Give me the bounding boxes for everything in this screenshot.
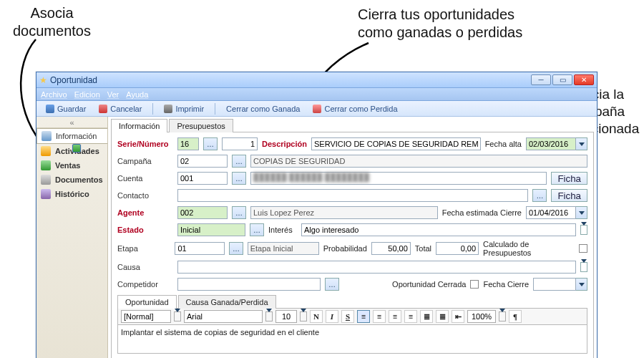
sales-icon bbox=[41, 160, 51, 170]
save-icon bbox=[46, 105, 54, 113]
contacto-ficha-button[interactable]: Ficha bbox=[551, 189, 587, 202]
label-total: Total bbox=[415, 244, 431, 253]
sidebar-item-sales[interactable]: Ventas bbox=[36, 158, 107, 173]
label-calc: Calculado de Presupuestos bbox=[483, 240, 575, 257]
print-button[interactable]: Imprimir bbox=[159, 103, 209, 115]
causa-dropdown[interactable] bbox=[580, 262, 587, 272]
fecha-cierre-picker[interactable] bbox=[533, 278, 587, 291]
close-lost-button[interactable]: Cerrar como Perdida bbox=[308, 103, 402, 115]
agente-code-input[interactable] bbox=[177, 206, 228, 219]
history-icon bbox=[41, 189, 51, 199]
maximize-button[interactable]: ▭ bbox=[552, 74, 572, 85]
fecha-est-picker[interactable] bbox=[526, 206, 587, 219]
rte-zoom[interactable] bbox=[467, 310, 496, 323]
rte-underline[interactable]: S bbox=[341, 310, 354, 323]
fecha-alta-picker[interactable] bbox=[526, 137, 587, 150]
cancel-icon bbox=[99, 105, 107, 113]
label-cuenta: Cuenta bbox=[117, 174, 173, 183]
label-op-cerrada: Oportunidad Cerrada bbox=[392, 280, 466, 289]
cuenta-ficha-button[interactable]: Ficha bbox=[551, 172, 587, 185]
label-campana: Campaña bbox=[117, 157, 173, 165]
contacto-lookup[interactable]: … bbox=[532, 189, 547, 202]
interes-input[interactable] bbox=[301, 223, 576, 236]
serie-lookup[interactable]: … bbox=[203, 137, 218, 150]
label-interes: Interés bbox=[268, 226, 297, 234]
competidor-lookup[interactable]: … bbox=[325, 278, 339, 291]
rte-align-left[interactable]: ≡ bbox=[357, 310, 370, 323]
rte-size-select[interactable] bbox=[275, 310, 297, 323]
rte-align-justify[interactable]: ≡ bbox=[404, 310, 417, 323]
label-fecha-alta: Fecha alta bbox=[485, 140, 522, 148]
menu-view[interactable]: Ver bbox=[107, 90, 119, 99]
chevron-down-icon bbox=[579, 211, 585, 215]
causa-input[interactable] bbox=[177, 261, 576, 274]
cuenta-code-input[interactable] bbox=[177, 172, 228, 185]
etapa-code-input[interactable] bbox=[175, 242, 225, 255]
subtab-oportunidad[interactable]: Oportunidad bbox=[117, 295, 177, 309]
callout-docs: Asocia documentos bbox=[13, 4, 91, 40]
rte-list-bullet[interactable]: ≣ bbox=[420, 310, 433, 323]
cuenta-desc: ██████ ██████ ████████ bbox=[250, 172, 547, 185]
interes-dropdown[interactable] bbox=[580, 225, 587, 235]
agente-desc bbox=[250, 206, 438, 219]
titlebar[interactable]: ★ Oportunidad ─ ▭ ✕ bbox=[36, 72, 597, 88]
rte-align-right[interactable]: ≡ bbox=[389, 310, 401, 323]
label-agente: Agente bbox=[117, 208, 173, 217]
save-button[interactable]: Guardar bbox=[41, 103, 91, 115]
rte-outdent[interactable]: ⇤ bbox=[452, 310, 464, 323]
window-title: Oportunidad bbox=[50, 75, 97, 85]
rte-align-center[interactable]: ≡ bbox=[373, 310, 386, 323]
label-estado: Estado bbox=[117, 226, 173, 234]
minimize-button[interactable]: ─ bbox=[531, 74, 551, 85]
menu-edit[interactable]: Edicion bbox=[74, 90, 100, 99]
subtab-causa[interactable]: Causa Ganada/Perdida bbox=[178, 295, 276, 309]
rte-italic[interactable]: I bbox=[326, 310, 338, 323]
close-button[interactable]: ✕ bbox=[574, 74, 594, 85]
tab-budgets[interactable]: Presupuestos bbox=[169, 119, 233, 132]
campana-code-input[interactable] bbox=[177, 155, 228, 168]
activities-icon bbox=[41, 146, 51, 156]
etapa-desc bbox=[248, 242, 319, 255]
prob-input[interactable] bbox=[371, 242, 411, 255]
rte-toolbar: N I S ≡ ≡ ≡ ≡ ≣ ≣ ⇤ ¶ bbox=[117, 309, 587, 325]
label-serie: Serie/Número bbox=[117, 140, 173, 148]
competidor-input[interactable] bbox=[177, 278, 321, 291]
rte-paragraph[interactable]: ¶ bbox=[509, 310, 522, 323]
menu-file[interactable]: Archivo bbox=[41, 90, 67, 99]
cancel-button[interactable]: Cancelar bbox=[94, 103, 147, 115]
tab-info[interactable]: Información bbox=[111, 119, 167, 132]
main-tabs: Información Presupuestos bbox=[111, 118, 594, 132]
star-icon: ★ bbox=[39, 75, 47, 85]
rte-style-select[interactable] bbox=[121, 310, 171, 323]
cuenta-lookup[interactable]: … bbox=[232, 172, 246, 185]
calc-checkbox[interactable] bbox=[579, 244, 587, 253]
sidebar-collapse[interactable]: « bbox=[36, 118, 107, 128]
serie-input[interactable] bbox=[177, 137, 199, 150]
rte-list-number[interactable]: ≣ bbox=[436, 310, 449, 323]
opportunity-window: ★ Oportunidad ─ ▭ ✕ Archivo Edicion Ver … bbox=[36, 72, 597, 358]
close-won-button[interactable]: Cerrar como Ganada bbox=[221, 103, 305, 115]
estado-lookup[interactable]: … bbox=[250, 223, 264, 236]
rte-editor[interactable]: Implantar el sistema de copias de seguri… bbox=[117, 325, 587, 354]
descripcion-input[interactable] bbox=[311, 137, 481, 150]
agente-lookup[interactable]: … bbox=[232, 206, 246, 219]
toolbar: Guardar Cancelar Imprimir Cerrar como Ga… bbox=[36, 101, 597, 117]
label-etapa: Etapa bbox=[117, 244, 170, 253]
sidebar-item-documents[interactable]: Documentos bbox=[36, 173, 107, 187]
rte-bold[interactable]: N bbox=[310, 310, 323, 323]
campana-lookup[interactable]: … bbox=[232, 155, 246, 168]
rte-font-select[interactable] bbox=[184, 310, 263, 323]
sidebar-item-info[interactable]: Información bbox=[36, 128, 107, 144]
info-icon bbox=[42, 131, 52, 141]
numero-input[interactable] bbox=[222, 137, 258, 150]
etapa-lookup[interactable]: … bbox=[229, 242, 243, 255]
contacto-input[interactable] bbox=[177, 189, 528, 202]
label-competidor: Competidor bbox=[117, 280, 173, 289]
label-fecha-cierre: Fecha Cierre bbox=[483, 280, 529, 289]
estado-input[interactable] bbox=[177, 223, 245, 236]
loss-icon bbox=[313, 105, 321, 113]
op-cerrada-checkbox[interactable] bbox=[470, 280, 479, 289]
sidebar-item-history[interactable]: Histórico bbox=[36, 187, 107, 201]
total-input[interactable] bbox=[436, 242, 479, 255]
menu-help[interactable]: Ayuda bbox=[126, 90, 148, 99]
